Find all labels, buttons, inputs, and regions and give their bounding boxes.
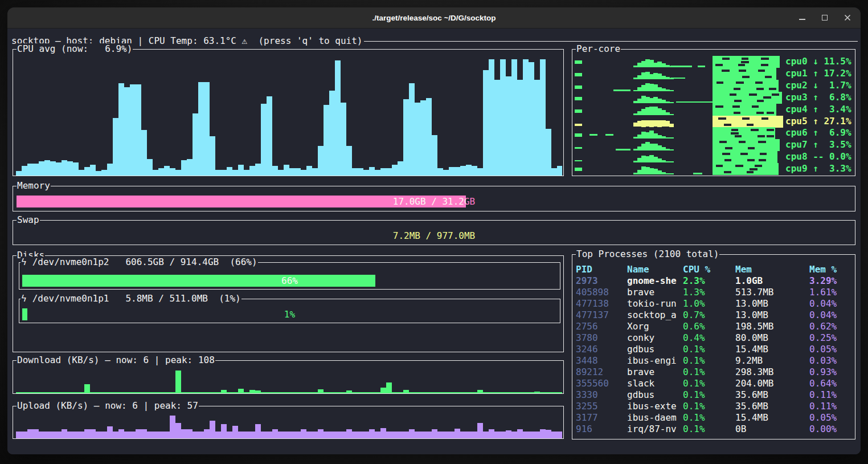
chart-bar	[22, 166, 27, 176]
chart-bar	[158, 432, 164, 438]
chart-bar	[198, 82, 204, 176]
core-sparkline	[575, 80, 782, 92]
core-label: cpu8 -- 0.0%	[785, 151, 851, 162]
chart-bar	[529, 432, 534, 438]
process-cell: 0.1%	[683, 424, 705, 435]
chart-bar	[437, 168, 443, 176]
chart-bar	[380, 428, 386, 438]
chart-bar	[557, 392, 562, 393]
core-label: cpu5 ↑ 27.1%	[785, 116, 851, 127]
chart-bar	[16, 392, 22, 393]
process-cell: 2.3%	[683, 275, 705, 287]
chart-bar	[33, 392, 39, 393]
chart-bar	[329, 432, 335, 438]
chart-bar	[181, 429, 187, 438]
chart-bar	[141, 429, 147, 438]
chart-bar	[301, 170, 306, 176]
process-cell: 0.1%	[683, 355, 705, 367]
chart-bar	[175, 170, 181, 176]
chart-bar	[534, 432, 540, 438]
chart-bar	[221, 170, 227, 176]
process-cell: Xorg	[627, 321, 649, 332]
window-titlebar[interactable]: ./target/release/soc ~/D/G/socktop	[7, 7, 861, 29]
chart-bar	[529, 392, 534, 393]
process-cell: 0.93%	[809, 367, 837, 378]
chart-bar	[210, 136, 215, 176]
process-row: 477137socktop_a0.7%13.0MB0.04%	[572, 310, 855, 321]
process-cell: 3448	[576, 355, 598, 367]
process-cell: 0.00%	[809, 424, 837, 435]
process-cell: 405898	[576, 287, 609, 298]
chart-bar	[101, 432, 107, 438]
process-cell: 3780	[576, 332, 598, 344]
chart-bar	[489, 392, 494, 393]
chart-bar	[90, 392, 96, 393]
chart-bar	[415, 432, 420, 438]
core-label: cpu2 ↓ 1.7%	[785, 80, 851, 91]
chart-bar	[136, 429, 141, 438]
chart-bar	[39, 392, 44, 393]
chart-bar	[124, 392, 130, 393]
chart-bar	[267, 96, 272, 176]
chart-bar	[67, 432, 73, 438]
chart-bar	[27, 429, 33, 438]
chart-bar	[67, 161, 73, 176]
close-icon	[844, 14, 851, 21]
chart-bar	[255, 390, 261, 393]
chart-bar	[272, 392, 278, 393]
chart-bar	[96, 171, 101, 176]
maximize-icon	[822, 15, 828, 21]
chart-bar	[210, 392, 215, 393]
chart-bar	[551, 392, 557, 393]
process-cell: 0.1%	[683, 378, 705, 389]
chart-bar	[443, 170, 449, 176]
chart-bar	[324, 392, 329, 393]
chart-bar	[312, 392, 318, 393]
chart-bar	[517, 429, 523, 438]
chart-bar	[329, 392, 335, 393]
core-row: cpu1 ↑ 17.2%	[575, 68, 854, 80]
process-row: 916irq/87-nv0.1%0B0.00%	[572, 424, 855, 435]
chart-bar	[289, 168, 295, 176]
chart-bar	[147, 392, 153, 393]
chart-bar	[44, 392, 50, 393]
chart-bar	[335, 60, 341, 176]
chart-bar	[335, 432, 341, 438]
process-cell: 0.25%	[809, 332, 837, 344]
chart-bar	[158, 392, 164, 393]
process-cell: 15.4MB	[735, 412, 768, 424]
disk-partition-title: ϟ/dev/nvme0n1p2 606.5GB / 914.4GB (66%)	[21, 257, 258, 268]
process-row: 3330gdbus0.1%35.6MB0.11%	[572, 389, 855, 401]
chart-bar	[403, 99, 409, 176]
process-cell: 9.2MB	[735, 355, 763, 367]
chart-bar	[494, 392, 500, 393]
close-button[interactable]	[844, 14, 851, 22]
process-cell: 1.3%	[683, 287, 705, 298]
chart-bar	[79, 170, 84, 176]
chart-bar	[284, 392, 289, 393]
core-label: cpu1 ↑ 17.2%	[785, 68, 851, 79]
chart-bar	[16, 171, 22, 176]
chart-bar	[346, 146, 352, 176]
chart-bar	[261, 432, 267, 438]
chart-bar	[392, 392, 398, 393]
per-core-rows: cpu0 ↓ 11.5%cpu1 ↑ 17.2%cpu2 ↓ 1.7%cpu3 …	[572, 50, 855, 176]
chart-bar	[56, 392, 62, 393]
chart-bar	[517, 80, 523, 176]
disk-partition-panel: ϟ/dev/nvme0n1p1 5.8MB / 511.0MB (1%) 1%1…	[19, 299, 560, 323]
maximize-button[interactable]	[821, 14, 829, 22]
chart-bar	[198, 392, 204, 393]
core-sparkline	[575, 104, 782, 116]
process-cell: 0.7%	[683, 310, 705, 321]
chart-bar	[540, 392, 546, 393]
chart-bar	[158, 168, 164, 176]
chart-bar	[449, 392, 455, 393]
minimize-button[interactable]	[798, 14, 806, 22]
process-cell: gdbus	[627, 389, 654, 401]
chart-bar	[215, 432, 221, 438]
process-cell: 477137	[576, 310, 609, 321]
chart-bar	[164, 392, 170, 393]
chart-bar	[398, 432, 403, 438]
chart-bar	[187, 429, 193, 438]
chart-bar	[301, 392, 306, 393]
